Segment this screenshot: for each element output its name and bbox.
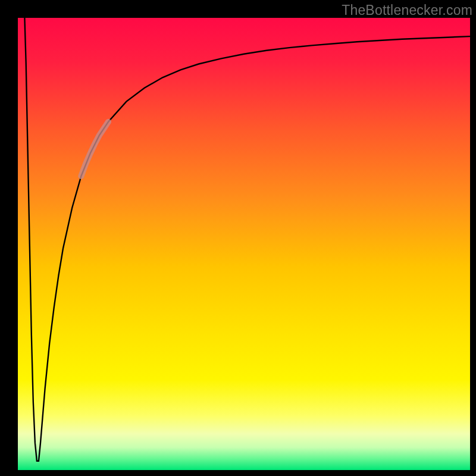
gradient-background	[18, 18, 470, 470]
watermark-text: TheBottlenecker.com	[342, 2, 472, 18]
chart-frame: TheBottlenecker.com	[0, 0, 476, 476]
bottleneck-chart	[18, 18, 470, 470]
